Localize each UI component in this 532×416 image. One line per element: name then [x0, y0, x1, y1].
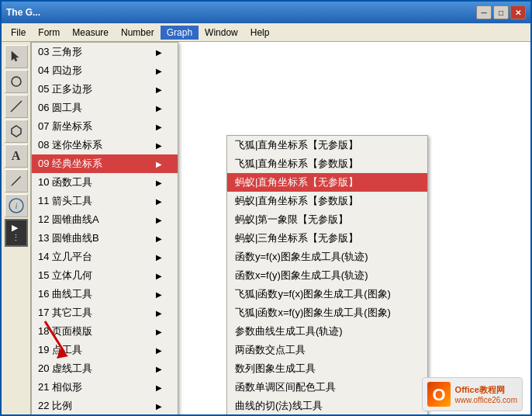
office-line1: Office教程网 — [455, 384, 517, 396]
submenu-arrow-14: ▶ — [156, 253, 162, 262]
submenu-arrow-08: ▶ — [156, 141, 162, 150]
ctx2-item-sub06[interactable]: 蚂蚁|三角坐标系【无参版】 — [227, 229, 427, 248]
info-icon: i — [8, 197, 25, 214]
main-window: The G... ─ □ ✕ File Form Measure Number … — [0, 0, 532, 416]
svg-text:i: i — [15, 201, 17, 210]
ctx-item-15[interactable]: 15 立体几何 ▶ — [32, 266, 178, 285]
ctx-item-11[interactable]: 11 箭头工具 ▶ — [32, 192, 178, 210]
ctx-item-09[interactable]: 09 经典坐标系 ▶ — [32, 154, 178, 173]
ctx-item-17[interactable]: 17 其它工具 ▶ — [32, 303, 178, 322]
submenu-arrow-16: ▶ — [156, 290, 162, 299]
svg-point-0 — [12, 77, 21, 86]
ctx-item-03[interactable]: 03 三角形 ▶ — [32, 43, 178, 61]
menu-bar: File Form Measure Number Graph Window He… — [2, 23, 530, 42]
submenu-arrow-19: ▶ — [156, 346, 162, 355]
ctx2-item-sub10[interactable]: 飞狐|函数x=f(y)图象生成工具(图象) — [227, 303, 427, 322]
ctx-item-19[interactable]: 19 点工具 ▶ — [32, 341, 178, 359]
ctx-item-22[interactable]: 22 比例 ▶ — [32, 397, 178, 415]
submenu-arrow-22: ▶ — [156, 402, 162, 411]
submenu-arrow-06: ▶ — [156, 104, 162, 113]
title-bar: The G... ─ □ ✕ — [2, 2, 530, 23]
close-button[interactable]: ✕ — [510, 5, 526, 19]
move-icon: ▶⋮ — [12, 223, 20, 243]
canvas-container: 03 三角形 ▶ 04 四边形 ▶ 05 正多边形 ▶ 06 圆工具 ▶ 07 … — [31, 42, 530, 416]
ctx2-item-sub15[interactable]: 曲线的切(法)线工具 — [227, 397, 427, 415]
menu-file[interactable]: File — [5, 26, 32, 40]
submenu-arrow-05: ▶ — [156, 85, 162, 94]
ctx2-item-sub07[interactable]: 函数y=f(x)图象生成工具(轨迹) — [227, 248, 427, 266]
ctx2-item-sub13[interactable]: 数列图象生成工具 — [227, 359, 427, 378]
office-logo-icon: O — [427, 382, 451, 407]
submenu-arrow-04: ▶ — [156, 67, 162, 75]
info-tool-button[interactable]: i — [5, 194, 28, 217]
pen-icon — [9, 174, 23, 188]
office-watermark: O Office教程网 www.office26.com — [422, 377, 523, 411]
circle-icon — [9, 75, 23, 88]
ctx-item-04[interactable]: 04 四边形 ▶ — [32, 61, 178, 80]
pen-tool-button[interactable] — [5, 169, 28, 192]
polygon-icon — [9, 124, 23, 138]
line-icon — [9, 99, 23, 113]
ctx2-item-sub02[interactable]: 飞狐|直角坐标系【参数版】 — [227, 154, 427, 173]
text-icon: A — [12, 149, 21, 163]
submenu-arrow-11: ▶ — [156, 197, 162, 206]
submenu-arrow-20: ▶ — [156, 365, 162, 373]
menu-help[interactable]: Help — [244, 26, 276, 40]
ctx-item-06[interactable]: 06 圆工具 ▶ — [32, 99, 178, 117]
ctx2-item-sub08[interactable]: 函数x=f(y)图象生成工具(轨迹) — [227, 266, 427, 285]
ctx2-item-sub09[interactable]: 飞狐|函数y=f(x)图象生成工具(图象) — [227, 285, 427, 303]
svg-marker-2 — [12, 126, 21, 137]
ctx-item-18[interactable]: 18 页面模版 ▶ — [32, 322, 178, 341]
office-text: Office教程网 www.office26.com — [455, 384, 517, 404]
submenu-arrow-07: ▶ — [156, 123, 162, 131]
menu-measure[interactable]: Measure — [66, 26, 115, 40]
ctx2-item-sub04[interactable]: 蚂蚁|直角坐标系【参数版】 — [227, 192, 427, 210]
submenu-arrow-13: ▶ — [156, 234, 162, 243]
office-o-icon: O — [428, 383, 450, 405]
circle-tool-button[interactable] — [5, 70, 28, 93]
ctx-item-20[interactable]: 20 虚线工具 ▶ — [32, 359, 178, 378]
ctx-item-08[interactable]: 08 迷你坐标系 ▶ — [32, 136, 178, 154]
ctx2-item-sub03[interactable]: 蚂蚁|直角坐标系【无参版】 — [227, 173, 427, 192]
ctx-item-10[interactable]: 10 函数工具 ▶ — [32, 173, 178, 192]
svg-line-1 — [11, 101, 22, 112]
submenu-arrow-10: ▶ — [156, 179, 162, 187]
menu-graph[interactable]: Graph — [161, 26, 199, 40]
ctx-item-07[interactable]: 07 新坐标系 ▶ — [32, 117, 178, 136]
left-sidebar: A i ▶⋮ — [2, 42, 31, 416]
maximize-button[interactable]: □ — [493, 5, 509, 19]
polygon-tool-button[interactable] — [5, 120, 28, 143]
submenu-arrow-21: ▶ — [156, 383, 162, 392]
menu-number[interactable]: Number — [115, 26, 161, 40]
ctx2-item-sub05[interactable]: 蚂蚁|第一象限【无参版】 — [227, 210, 427, 229]
context-menu-level1: 03 三角形 ▶ 04 四边形 ▶ 05 正多边形 ▶ 06 圆工具 ▶ 07 … — [31, 42, 178, 416]
ctx-item-05[interactable]: 05 正多边形 ▶ — [32, 80, 178, 99]
menu-window[interactable]: Window — [199, 26, 244, 40]
ctx-item-14[interactable]: 14 立几平台 ▶ — [32, 248, 178, 266]
submenu-arrow-09: ▶ — [156, 160, 162, 168]
ctx2-item-sub12[interactable]: 两函数交点工具 — [227, 341, 427, 359]
select-tool-button[interactable] — [5, 45, 28, 68]
window-title: The G... — [6, 7, 476, 18]
menu-form[interactable]: Form — [32, 26, 66, 40]
ctx-item-12[interactable]: 12 圆锥曲线A ▶ — [32, 210, 178, 229]
line-tool-button[interactable] — [5, 95, 28, 118]
submenu-arrow-15: ▶ — [156, 272, 162, 280]
submenu-arrow-17: ▶ — [156, 309, 162, 317]
ctx2-item-sub14[interactable]: 函数单调区间配色工具 — [227, 378, 427, 397]
ctx-item-21[interactable]: 21 相似形 ▶ — [32, 378, 178, 397]
ctx-item-16[interactable]: 16 曲线工具 ▶ — [32, 285, 178, 303]
svg-text:O: O — [432, 385, 445, 404]
title-bar-buttons: ─ □ ✕ — [476, 5, 526, 19]
ctx-item-13[interactable]: 13 圆锥曲线B ▶ — [32, 229, 178, 248]
submenu-arrow-12: ▶ — [156, 216, 162, 224]
text-tool-button[interactable]: A — [5, 144, 28, 168]
ctx2-item-sub11[interactable]: 参数曲线生成工具(轨迹) — [227, 322, 427, 341]
move-tool-button[interactable]: ▶⋮ — [5, 219, 28, 247]
content-area: A i ▶⋮ — [2, 42, 530, 416]
minimize-button[interactable]: ─ — [476, 5, 492, 19]
context-menu-level2: 飞狐|直角坐标系【无参版】 飞狐|直角坐标系【参数版】 蚂蚁|直角坐标系【无参版… — [226, 135, 428, 416]
submenu-arrow-18: ▶ — [156, 328, 162, 336]
ctx2-item-sub01[interactable]: 飞狐|直角坐标系【无参版】 — [227, 136, 427, 154]
submenu-arrow-03: ▶ — [156, 48, 162, 57]
